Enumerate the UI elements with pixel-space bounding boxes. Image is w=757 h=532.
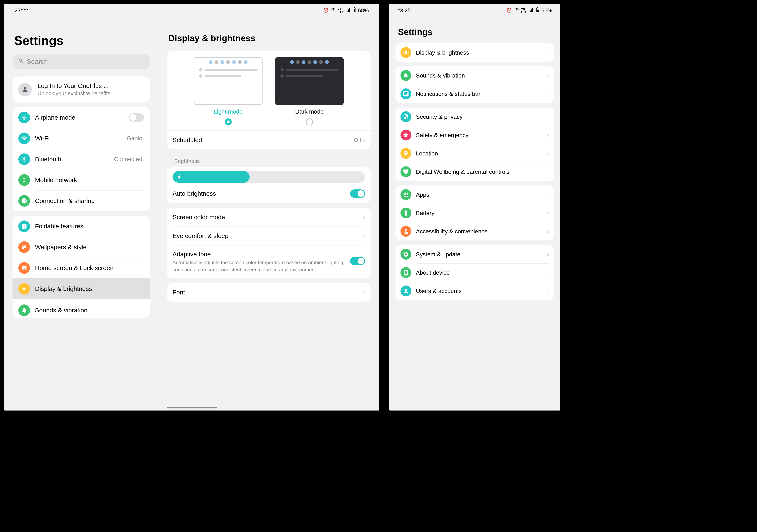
panel-title: Display & brightness: [167, 33, 371, 43]
menu-label: Connection & sharing: [35, 197, 144, 205]
signal-icon: [346, 8, 351, 13]
menu-label: Display & brightness: [35, 285, 144, 293]
search-input[interactable]: Search: [13, 54, 150, 69]
homescreen-icon: [18, 262, 30, 274]
svg-rect-4: [537, 10, 539, 12]
light-mode-option[interactable]: Light mode: [194, 57, 262, 125]
sidebar-item-connection[interactable]: Connection & sharing: [13, 190, 150, 211]
airplane-icon: [18, 112, 30, 123]
color-mode-row[interactable]: Screen color mode ›: [167, 208, 371, 227]
item-security[interactable]: Security & privacy ›: [396, 108, 554, 126]
auto-brightness-toggle[interactable]: [350, 189, 365, 198]
alarm-icon: ⏰: [323, 8, 329, 13]
system-group: System & update › About device › Users &…: [396, 245, 554, 300]
menu-label: Digital Wellbeing & parental controls: [416, 168, 545, 175]
account-card: Log In to Your OnePlus ... Unlock your e…: [13, 77, 150, 103]
theme-mode-card: Light mode Dark mode Scheduled: [167, 51, 371, 149]
auto-brightness-row[interactable]: Auto brightness: [167, 184, 371, 203]
item-location[interactable]: Location ›: [396, 144, 554, 163]
item-about[interactable]: About device ›: [396, 264, 554, 282]
menu-label: Apps: [416, 191, 545, 198]
tablet-screenshot: 23:22 ⏰ VoLTE 68% Settings Search: [4, 4, 379, 411]
adaptive-tone-description: Automatically adjusts the screen color t…: [172, 259, 350, 273]
dark-mode-radio[interactable]: [306, 118, 313, 125]
sounds-icon: [18, 304, 30, 316]
search-icon: [18, 58, 24, 65]
row-label: Scheduled: [172, 137, 354, 143]
account-subtitle: Unlock your exclusive benefits: [38, 90, 110, 97]
item-wellbeing[interactable]: Digital Wellbeing & parental controls ›: [396, 163, 554, 181]
signal-icon: [530, 8, 534, 13]
page-title: Settings: [396, 27, 554, 37]
item-users[interactable]: Users & accounts ›: [396, 282, 554, 300]
font-row[interactable]: Font ›: [167, 283, 371, 302]
sidebar-item-wifi[interactable]: Wi-Fi Ganio: [13, 128, 150, 149]
chevron-right-icon: ›: [547, 113, 549, 120]
connectivity-group: Airplane mode Wi-Fi Ganio Bluetooth Conn…: [13, 107, 150, 211]
menu-label: Airplane mode: [35, 113, 129, 121]
sidebar-item-sounds[interactable]: Sounds & vibration: [13, 299, 150, 318]
light-mode-label: Light mode: [214, 109, 243, 115]
mobile-network-icon: [18, 174, 30, 186]
phone-screenshot: 23:25 ⏰ VoLTE 66% Settings Display & bri…: [389, 4, 560, 411]
status-time: 23:25: [397, 7, 411, 14]
sidebar-item-airplane[interactable]: Airplane mode: [13, 107, 150, 128]
item-display[interactable]: Display & brightness ›: [396, 43, 554, 62]
chevron-right-icon: ›: [363, 289, 365, 296]
sidebar-item-homescreen[interactable]: Home screen & Lock screen: [13, 258, 150, 278]
sidebar-item-foldable[interactable]: Foldable features: [13, 216, 150, 237]
menu-label: Wallpapers & style: [35, 243, 144, 251]
apps-group: Apps › Battery › Accessibility & conveni…: [396, 185, 554, 240]
phone-icon: [401, 267, 411, 278]
connection-sharing-icon: [18, 195, 30, 207]
status-bar: 23:22 ⏰ VoLTE 68%: [4, 4, 379, 17]
menu-label: Safety & emergency: [416, 132, 545, 139]
item-system[interactable]: System & update ›: [396, 245, 554, 264]
avatar-icon: [18, 83, 32, 96]
sounds-group: Sounds & vibration › Notifications & sta…: [396, 66, 554, 103]
item-sounds[interactable]: Sounds & vibration ›: [396, 66, 554, 85]
adaptive-tone-toggle[interactable]: [350, 257, 365, 265]
sidebar-item-wallpapers[interactable]: Wallpapers & style: [13, 237, 150, 258]
security-group: Security & privacy › Safety & emergency …: [396, 108, 554, 181]
battery-icon: [536, 7, 539, 14]
sidebar-item-mobile[interactable]: Mobile network: [13, 170, 150, 190]
account-row[interactable]: Log In to Your OnePlus ... Unlock your e…: [13, 77, 150, 103]
sidebar-item-bluetooth[interactable]: Bluetooth Connected: [13, 149, 150, 170]
scheduled-value: Off: [354, 137, 361, 143]
item-apps[interactable]: Apps ›: [396, 185, 554, 204]
scheduled-row[interactable]: Scheduled Off ›: [167, 131, 371, 149]
item-safety[interactable]: Safety & emergency ›: [396, 126, 554, 144]
chevron-right-icon: ›: [547, 49, 549, 56]
wifi-icon: [514, 8, 519, 13]
dark-mode-option[interactable]: Dark mode: [275, 57, 344, 125]
status-right: ⏰ VoLTE 68%: [323, 7, 369, 14]
wifi-network-value: Ganio: [127, 135, 142, 142]
item-notifications[interactable]: Notifications & status bar ›: [396, 85, 554, 103]
item-accessibility[interactable]: Accessibility & convenience ›: [396, 222, 554, 240]
airplane-toggle[interactable]: [129, 113, 144, 122]
brightness-icon: [401, 47, 411, 58]
item-battery[interactable]: Battery ›: [396, 204, 554, 222]
chevron-right-icon: ›: [547, 150, 549, 157]
volte-icon: VoLTE: [338, 7, 344, 14]
chevron-right-icon: ›: [547, 269, 549, 276]
chevron-right-icon: ›: [547, 168, 549, 175]
light-mode-radio[interactable]: [225, 118, 232, 125]
dark-mode-label: Dark mode: [295, 109, 324, 115]
eye-comfort-row[interactable]: Eye comfort & sleep ›: [167, 227, 371, 245]
battery-percent: 68%: [358, 7, 369, 14]
row-label: Adaptive tone: [172, 251, 350, 258]
battery-icon: [353, 7, 356, 14]
phone-settings-list: Settings Display & brightness › Sounds &…: [389, 4, 560, 300]
bluetooth-icon: [18, 153, 30, 165]
search-placeholder: Search: [27, 58, 48, 65]
menu-label: Sounds & vibration: [35, 306, 144, 314]
status-right: ⏰ VoLTE 66%: [506, 7, 552, 14]
sidebar-item-display[interactable]: Display & brightness: [13, 278, 150, 299]
wellbeing-icon: [401, 166, 411, 177]
nav-handle[interactable]: [167, 407, 217, 408]
menu-label: Users & accounts: [416, 287, 545, 295]
brightness-slider[interactable]: [172, 171, 365, 183]
adaptive-tone-row[interactable]: Adaptive tone Automatically adjusts the …: [167, 245, 371, 278]
